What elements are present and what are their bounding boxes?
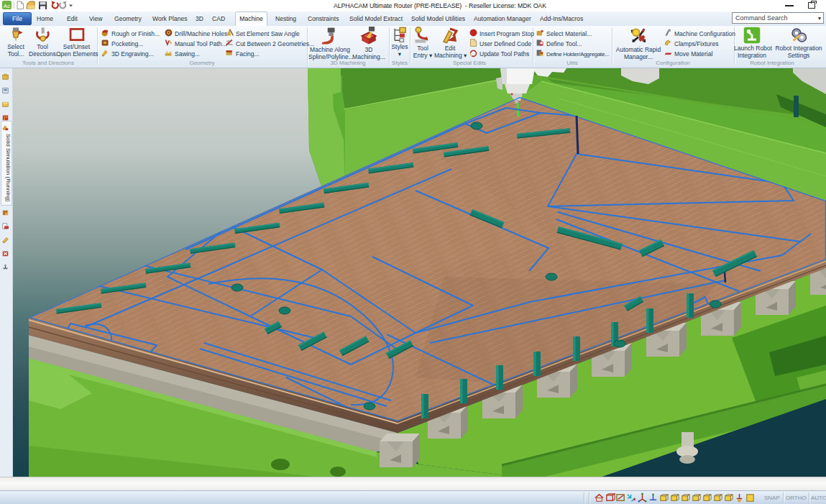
svg-text:Ac: Ac — [4, 3, 10, 9]
